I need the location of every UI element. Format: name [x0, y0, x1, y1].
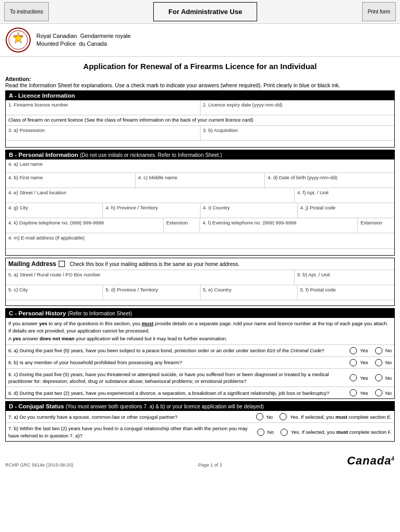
section-d-header: D - Conjugal Status (You must answer bot…: [6, 402, 394, 411]
q6a-no-radio[interactable]: [375, 347, 382, 354]
attention-section: Attention: Read the Information Sheet fo…: [0, 74, 400, 90]
day-phone-cell: 4. k) Daytime telephone no. (999) 999-99…: [6, 218, 164, 233]
q7a-yes-radio[interactable]: [279, 413, 287, 420]
dob-label: 4. d) Date of birth (yyyy-mm-dd): [268, 175, 392, 180]
day-phone-label: 4. k) Daytime telephone no. (999) 999-99…: [8, 220, 161, 225]
street-apt-row: 4. e) Street / Land location 4. f) Apt. …: [6, 188, 394, 203]
mailing-province-cell: 5. d) Province / Territory: [103, 285, 200, 300]
question-6c-text: 6. c) During the past five (5) years, ha…: [8, 371, 350, 385]
question-6d-radios: Yes No: [350, 389, 392, 396]
acquisition-cell: 3. b) Acquisition: [201, 126, 395, 140]
question-7a-row: 7. a) Do you currently have a spouse, co…: [6, 411, 394, 423]
email-row: 4. m) E-mail address (if applicable): [6, 233, 394, 249]
expiry-date-cell: 2. Licence expiry date (yyyy-mm-dd): [201, 100, 395, 115]
question-6a-radios: Yes No: [350, 347, 392, 354]
phone-row: 4. k) Daytime telephone no. (999) 999-99…: [6, 218, 394, 233]
name-dob-row: 4. b) First name 4. c) Middle name 4. d)…: [6, 173, 394, 188]
question-6b-radios: Yes No: [350, 359, 392, 366]
question-6c-radios: Yes No: [350, 374, 392, 381]
licence-number-label: 1. Firearms licence number: [8, 102, 197, 108]
middle-name-cell: 4. c) Middle name: [136, 173, 265, 188]
mailing-city-row: 5. c) City 5. d) Province / Territory 5.…: [6, 285, 394, 300]
eve-phone-label: 4. l) Evening telephone no. (999) 999-99…: [203, 220, 355, 225]
country-label: 4. i) Country: [203, 205, 295, 210]
street-label: 4. e) Street / Land location: [8, 190, 291, 195]
ext1-cell: Extension: [164, 218, 200, 233]
ext2-label: Extension: [361, 220, 392, 225]
section-d: D - Conjugal Status (You must answer bot…: [5, 401, 395, 442]
apt-cell: 4. f) Apt. / Unit: [295, 188, 394, 203]
form-footer: RCMP GRC 5614e (2015-08-20) Page 1 of 3 …: [0, 444, 400, 473]
class-note: Class of firearm on current licence (See…: [6, 115, 394, 126]
section-c: C - Personal History (Refer to Informati…: [5, 308, 395, 399]
possession-cell: 3. a) Possession: [6, 126, 201, 140]
question-6a-row: 6. a) During the past five (5) years, ha…: [6, 345, 394, 357]
question-7b-radios: No Yes. If selected, you must complete s…: [257, 429, 392, 436]
dob-cell: 4. d) Date of birth (yyyy-mm-dd): [265, 173, 394, 188]
q6b-no-radio[interactable]: [375, 359, 382, 366]
section-a-header: A - Licence Information: [6, 91, 394, 100]
org-name: Royal Canadian Gendarmerie royale Mounte…: [36, 32, 131, 48]
question-6d-row: 6. d) During the past two (2) years, hav…: [6, 387, 394, 398]
question-7b-row: 7. b) Within the last two (2) years have…: [6, 423, 394, 441]
last-name-label: 4. a) Last name: [8, 161, 392, 167]
q6d-yes-radio[interactable]: [350, 389, 357, 396]
mailing-address-label: Mailing Address: [8, 260, 56, 268]
question-7a-text: 7. a) Do you currently have a spouse, co…: [8, 414, 256, 420]
preamble-line1: If you answer yes to any of the question…: [8, 321, 388, 334]
q6c-no-radio[interactable]: [375, 374, 382, 381]
mailing-header: Mailing Address Check this box if your m…: [6, 258, 394, 270]
section-b: B - Personal Information (Do not use ini…: [5, 150, 395, 256]
form-title: Application for Renewal of a Firearms Li…: [0, 57, 400, 74]
ext2-cell: Extension: [358, 218, 394, 233]
mailing-apt-label: 5. b) Apt. / Unit: [297, 272, 392, 277]
print-button[interactable]: Print form: [362, 2, 396, 21]
street-cell: 4. e) Street / Land location: [6, 188, 295, 203]
licence-number-cell: 1. Firearms licence number: [6, 100, 201, 115]
mailing-street-row: 5. a) Street / Rural route / PO Box numb…: [6, 270, 394, 285]
mailing-province-label: 5. d) Province / Territory: [105, 287, 197, 292]
q7b-yes-radio[interactable]: [281, 429, 288, 436]
section-c-header: C - Personal History (Refer to Informati…: [6, 309, 394, 318]
mailing-postal-label: 5. f) Postal code: [300, 287, 392, 292]
section-b-header: B - Personal Information (Do not use ini…: [6, 150, 394, 159]
q6d-no-radio[interactable]: [375, 389, 382, 396]
city-label: 4. g) City: [8, 205, 100, 210]
attention-label: Attention:: [5, 76, 395, 82]
mailing-postal-cell: 5. f) Postal code: [298, 285, 394, 300]
q7b-no-radio[interactable]: [257, 429, 264, 436]
mailing-checkbox[interactable]: [59, 261, 65, 267]
canada-logo: Canadaā: [347, 454, 395, 468]
expiry-date-label: 2. Licence expiry date (yyyy-mm-dd): [203, 102, 392, 108]
question-6d-text: 6. d) During the past two (2) years, hav…: [8, 390, 350, 396]
last-name-row: 4. a) Last name: [6, 159, 394, 173]
mailing-street-label: 5. a) Street / Rural route / PO Box numb…: [8, 272, 291, 277]
preamble-line2: A yes answer does not mean your applicat…: [8, 336, 227, 341]
rcmp-logo: RCMP GRC: [5, 27, 31, 53]
section-c-preamble: If you answer yes to any of the question…: [6, 318, 394, 345]
mailing-apt-cell: 5. b) Apt. / Unit: [295, 270, 394, 285]
q7a-no-radio[interactable]: [256, 413, 263, 420]
q6a-yes-radio[interactable]: [350, 347, 357, 354]
acquisition-label: 3. b) Acquisition: [203, 127, 392, 133]
form-header: RCMP GRC Royal Canadian Gendarmerie roya…: [0, 24, 400, 57]
mailing-address-section: Mailing Address Check this box if your m…: [5, 258, 395, 306]
possession-label: 3. a) Possession: [8, 127, 197, 133]
q6c-yes-radio[interactable]: [350, 374, 357, 381]
city-cell: 4. g) City: [6, 203, 103, 218]
postal-label: 4. j) Postal code: [300, 205, 392, 210]
city-row: 4. g) City 4. h) Province / Territory 4.…: [6, 203, 394, 218]
q6b-yes-radio[interactable]: [350, 359, 357, 366]
question-6b-text: 6. b) Is any member of your household pr…: [8, 359, 350, 366]
class-row: 3. a) Possession 3. b) Acquisition: [6, 126, 394, 141]
country-cell: 4. i) Country: [201, 203, 298, 218]
first-name-cell: 4. b) First name: [6, 173, 136, 188]
question-6b-row: 6. b) Is any member of your household pr…: [6, 357, 394, 369]
question-7b-text: 7. b) Within the last two (2) years have…: [8, 425, 257, 439]
eve-phone-cell: 4. l) Evening telephone no. (999) 999-99…: [200, 218, 358, 233]
attention-text: Read the Information Sheet for explanati…: [5, 82, 340, 88]
admin-use-box: For Administrative Use: [153, 2, 257, 21]
email-label: 4. m) E-mail address (if applicable): [8, 235, 392, 241]
mailing-country-label: 5. e) Country: [203, 287, 295, 292]
instructions-button[interactable]: To instructions: [4, 2, 49, 21]
